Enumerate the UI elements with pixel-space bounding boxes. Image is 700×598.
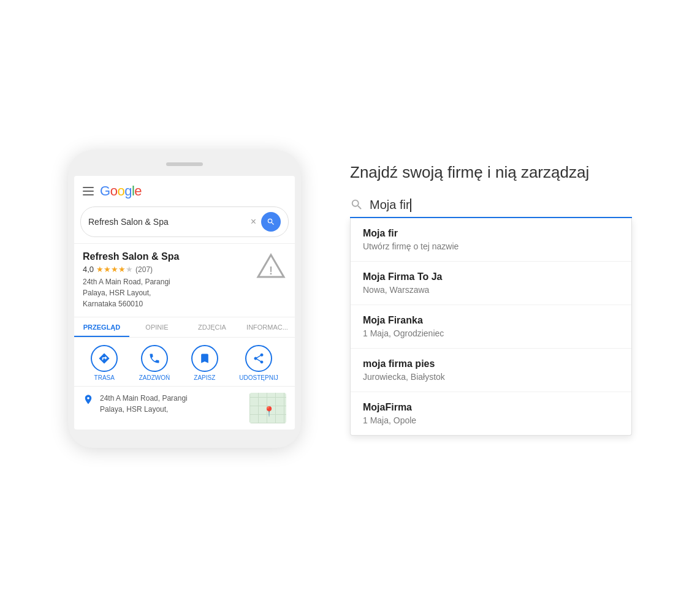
map-thumbnail: 📍	[249, 393, 286, 423]
text-cursor	[410, 199, 411, 212]
svg-text:!: !	[269, 265, 273, 277]
phone-speaker	[166, 162, 203, 166]
suggestion-3-name: moja firma pies	[363, 358, 619, 369]
action-trasa[interactable]: TRASA	[91, 345, 118, 381]
trasa-icon	[91, 345, 118, 372]
share-icon	[245, 345, 272, 372]
suggestion-item-1[interactable]: Moja Firma To Ja Nowa, Warszawa	[351, 262, 631, 305]
suggestion-1-name: Moja Firma To Ja	[363, 271, 619, 282]
business-name: Refresh Salon & Spa	[83, 251, 179, 262]
logo-o1: o	[110, 183, 118, 199]
google-topbar: Google	[74, 176, 295, 206]
actions-row: TRASA ZADZWOŃ ZAPI	[74, 338, 295, 386]
trasa-label: TRASA	[94, 374, 115, 381]
suggestion-4-sub: 1 Maja, Opole	[363, 415, 619, 425]
search-icon	[350, 198, 363, 211]
logo-o2: o	[117, 183, 124, 199]
tab-informac[interactable]: INFORMAC...	[240, 317, 295, 337]
search-clear-icon[interactable]: ×	[251, 216, 256, 227]
phone-search-bar[interactable]: Refresh Salon & Spa ×	[80, 206, 289, 237]
phone-screen: Google Refresh Salon & Spa × Refresh Sal…	[74, 176, 295, 430]
tab-przegląd[interactable]: PRZEGLĄD	[74, 317, 129, 337]
business-card: Refresh Salon & Spa 4,0 ★★★★★ (207) 24th…	[74, 243, 295, 317]
suggestion-create-name: Moja fir	[363, 228, 619, 239]
phone-search-button[interactable]	[261, 212, 281, 232]
map-row: 24th A Main Road, Parangi Palaya, HSR La…	[74, 386, 295, 430]
phone-icon	[141, 345, 168, 372]
right-panel: Znajdź swoją firmę i nią zarządzaj Moja …	[350, 162, 632, 436]
suggestion-create-sub: Utwórz firmę o tej nazwie	[363, 241, 619, 251]
rating-number: 4,0	[83, 265, 94, 274]
map-address: 24th A Main Road, Parangi Palaya, HSR La…	[100, 393, 243, 415]
logo-g: G	[100, 183, 110, 199]
map-marker-icon: 📍	[263, 406, 275, 417]
phone-mockup: Google Refresh Salon & Spa × Refresh Sal…	[68, 150, 301, 448]
phone-search-text: Refresh Salon & Spa	[88, 217, 251, 227]
suggestions-dropdown: Moja fir Utwórz firmę o tej nazwie Moja …	[350, 218, 632, 436]
search-container: Moja fir Moja fir Utwórz firmę o tej naz…	[350, 198, 632, 436]
warning-icon: !	[256, 251, 286, 282]
zadzwon-label: ZADZWOŃ	[139, 374, 170, 381]
business-header: Refresh Salon & Spa 4,0 ★★★★★ (207) 24th…	[83, 251, 286, 309]
suggestion-create[interactable]: Moja fir Utwórz firmę o tej nazwie	[351, 218, 631, 262]
logo-g2: g	[124, 183, 132, 199]
suggestion-2-sub: 1 Maja, Ogrodzieniec	[363, 328, 619, 338]
suggestion-item-2[interactable]: Moja Firanka 1 Maja, Ogrodzieniec	[351, 305, 631, 349]
suggestion-4-name: MojaFirma	[363, 402, 619, 413]
udostepnij-label: UDOSTĘPNIJ	[239, 374, 278, 381]
suggestion-3-sub: Jurowiecka, Białystok	[363, 372, 619, 382]
suggestion-item-3[interactable]: moja firma pies Jurowiecka, Białystok	[351, 349, 631, 392]
suggestion-item-4[interactable]: MojaFirma 1 Maja, Opole	[351, 392, 631, 435]
panel-title: Znajdź swoją firmę i nią zarządzaj	[350, 162, 632, 183]
tab-opinie[interactable]: OPINIE	[129, 317, 185, 337]
hamburger-icon[interactable]	[83, 187, 94, 195]
suggestion-1-sub: Nowa, Warszawa	[363, 285, 619, 295]
google-logo: Google	[100, 183, 142, 199]
business-info: Refresh Salon & Spa 4,0 ★★★★★ (207) 24th…	[83, 251, 179, 309]
search-row: Moja fir	[350, 198, 632, 219]
stars: ★★★★★	[96, 265, 133, 274]
suggestion-2-name: Moja Firanka	[363, 315, 619, 326]
tabs-row: PRZEGLĄD OPINIE ZDJĘCIA INFORMAC...	[74, 317, 295, 338]
logo-e: e	[134, 183, 142, 199]
bookmark-icon	[191, 345, 218, 372]
reviews-count: (207)	[135, 265, 153, 274]
business-search-input[interactable]: Moja fir	[370, 198, 632, 213]
tab-zdjecia[interactable]: ZDJĘCIA	[185, 317, 240, 337]
main-container: Google Refresh Salon & Spa × Refresh Sal…	[0, 126, 700, 472]
action-udostepnij[interactable]: UDOSTĘPNIJ	[239, 345, 278, 381]
business-address: 24th A Main Road, Parangi Palaya, HSR La…	[83, 276, 179, 309]
rating-row: 4,0 ★★★★★ (207)	[83, 265, 179, 274]
zapisz-label: ZAPISZ	[194, 374, 215, 381]
action-zadzwon[interactable]: ZADZWOŃ	[139, 345, 170, 381]
action-zapisz[interactable]: ZAPISZ	[191, 345, 218, 381]
location-pin-icon	[83, 394, 94, 408]
